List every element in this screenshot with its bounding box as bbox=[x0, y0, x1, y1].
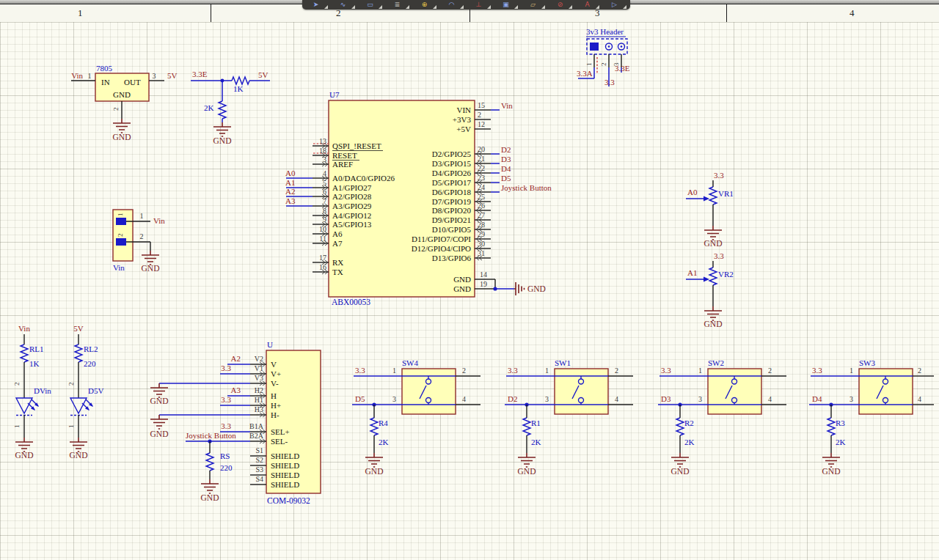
resistor-value[interactable]: 2K bbox=[684, 438, 695, 446]
net-label-33[interactable]: 3.3 bbox=[714, 251, 724, 260]
net-label-a3[interactable]: A3 bbox=[285, 196, 296, 205]
net-label-a0[interactable]: A0 bbox=[687, 188, 698, 196]
resistor-value[interactable]: 2K bbox=[531, 438, 541, 446]
gnd-symbol[interactable] bbox=[113, 119, 131, 133]
gnd-symbol[interactable] bbox=[70, 438, 87, 452]
resistor-value[interactable]: 2K bbox=[379, 438, 389, 446]
resistor-ref[interactable]: R2 bbox=[684, 419, 694, 427]
resistor-value[interactable]: 220 bbox=[84, 359, 96, 368]
net-label-33[interactable]: 3.3 bbox=[221, 395, 231, 404]
designator[interactable]: SW2 bbox=[708, 358, 724, 367]
gnd-label[interactable]: GND bbox=[150, 397, 169, 405]
resistor-1k[interactable] bbox=[232, 77, 249, 84]
gnd-label[interactable]: GND bbox=[150, 430, 169, 438]
net-label-d4[interactable]: D4 bbox=[812, 394, 822, 403]
net-class-tool-icon[interactable]: ▭ bbox=[357, 0, 384, 10]
gnd-symbol[interactable] bbox=[201, 479, 219, 493]
net-label-a2[interactable]: A2 bbox=[285, 187, 295, 196]
gnd-symbol[interactable] bbox=[704, 226, 722, 240]
arc-tool-icon[interactable]: ◠ bbox=[438, 0, 465, 10]
net-label-33[interactable]: 3.3 bbox=[812, 366, 822, 375]
net-label-33[interactable]: 3.3 bbox=[355, 366, 365, 375]
gnd-symbol[interactable] bbox=[514, 282, 525, 295]
resistor-value[interactable]: 2K bbox=[204, 103, 214, 112]
header-pin1-pad[interactable] bbox=[590, 43, 599, 51]
gnd-symbol[interactable] bbox=[704, 306, 722, 320]
designator[interactable]: VR1 bbox=[718, 189, 734, 198]
harness-tool-icon[interactable]: ▷ bbox=[601, 0, 628, 10]
net-label-33[interactable]: 3.3 bbox=[661, 366, 671, 375]
net-label-33e[interactable]: 3.3E bbox=[615, 64, 630, 73]
net-label-d3[interactable]: D3 bbox=[661, 394, 671, 403]
sheet-symbol-tool-icon[interactable]: ▱ bbox=[519, 0, 547, 10]
net-label-a0[interactable]: A0 bbox=[285, 169, 296, 177]
led-indicator-5v[interactable]: 5V RL2 220 2 D5V 1 GND bbox=[67, 324, 103, 460]
connector-vin[interactable]: Vin 1 2 1 2 Vin GND bbox=[113, 210, 165, 273]
switch-sw4[interactable]: SW4 3.3 D5 1 2 3 4 R4 2K GND bbox=[352, 358, 481, 476]
net-label-d5[interactable]: D5 bbox=[355, 394, 365, 403]
schematic-canvas[interactable]: 7805 Vin 1 3 5V 2 IN OUT GND GND 3.3E 5V… bbox=[0, 0, 939, 560]
text-tool-icon[interactable]: A bbox=[574, 0, 601, 10]
gnd-symbol[interactable] bbox=[213, 122, 231, 136]
resistor-2k[interactable] bbox=[219, 101, 226, 119]
net-label-vin[interactable]: Vin bbox=[71, 71, 83, 80]
gnd-symbol[interactable] bbox=[365, 453, 383, 467]
resistor-value[interactable]: 220 bbox=[220, 463, 233, 472]
designator[interactable]: SW4 bbox=[402, 358, 419, 367]
gnd-symbol[interactable] bbox=[518, 453, 536, 467]
wire-tool-icon[interactable]: ∿ bbox=[329, 0, 357, 10]
net-label-5v[interactable]: 5V bbox=[73, 324, 84, 333]
net-label-33[interactable]: 3.3 bbox=[508, 366, 518, 375]
net-label-5v[interactable]: 5V bbox=[167, 71, 178, 80]
net-label-vin[interactable]: Vin bbox=[18, 324, 30, 333]
net-label-d4[interactable]: D4 bbox=[501, 164, 511, 173]
led-ref[interactable]: DVin bbox=[34, 386, 51, 395]
resistor-ref[interactable]: RL2 bbox=[84, 345, 98, 353]
switch-sw2[interactable]: SW2 3.3 D3 1 2 3 4 R2 2K GND bbox=[658, 358, 786, 476]
u7-power-pins[interactable]: 15 2 12 VIN +3V3 +5V Vin bbox=[453, 101, 513, 133]
net-label-33[interactable]: 3.3 bbox=[221, 421, 231, 430]
net-label-d5[interactable]: D5 bbox=[501, 174, 511, 183]
no-erc-tool-icon[interactable]: ⊘ bbox=[547, 0, 574, 10]
gnd-port-tool-icon[interactable]: ⊥ bbox=[465, 0, 492, 10]
net-label-33[interactable]: 3.3 bbox=[221, 364, 231, 372]
part-label[interactable]: 7805 bbox=[96, 64, 113, 73]
pulldown-resistor[interactable] bbox=[827, 418, 835, 435]
u7-gnd-pins[interactable]: 14 19 GND GND GND bbox=[453, 270, 546, 295]
net-label-joystick-button[interactable]: Joystick Button bbox=[501, 183, 552, 192]
net-label-33[interactable]: 3.3 bbox=[604, 78, 615, 86]
header-title[interactable]: 3v3 Header bbox=[586, 27, 624, 36]
net-label-a1[interactable]: A1 bbox=[687, 268, 697, 277]
regulator-7805[interactable]: 7805 Vin 1 3 5V 2 IN OUT GND GND bbox=[71, 64, 178, 141]
net-label-33[interactable]: 3.3 bbox=[714, 171, 724, 180]
gnd-label[interactable]: GND bbox=[518, 467, 536, 476]
led-symbol[interactable] bbox=[70, 398, 93, 416]
u7-abx00053[interactable]: U7 ABX00053 13 bbox=[285, 90, 552, 306]
pin1-pad[interactable] bbox=[116, 218, 126, 225]
resistor-ref[interactable]: R4 bbox=[379, 419, 388, 427]
resistor-ref[interactable]: R3 bbox=[836, 419, 845, 427]
net-label-33a[interactable]: 3.3A bbox=[577, 69, 593, 78]
resistor-value[interactable]: 1K bbox=[233, 84, 244, 93]
gnd-label[interactable]: GND bbox=[365, 467, 384, 476]
designator[interactable]: Vin bbox=[113, 263, 125, 272]
potentiometer-vr1[interactable]: 3.3 VR1 A0 GND bbox=[686, 171, 734, 248]
power-port-tool-icon[interactable]: ⊕ bbox=[411, 0, 438, 10]
gnd-label[interactable]: GND bbox=[671, 467, 690, 476]
net-label-d2[interactable]: D2 bbox=[501, 145, 511, 154]
joystick-com09032[interactable]: U COM-09032 V2 V1 V3 H2 H1 H3 B1A B2A S1 bbox=[150, 340, 321, 505]
gnd-label[interactable]: GND bbox=[70, 451, 88, 460]
gnd-label[interactable]: GND bbox=[213, 136, 232, 145]
net-label-vin[interactable]: Vin bbox=[153, 216, 165, 225]
net-label-joystick-button[interactable]: Joystick Button bbox=[186, 431, 236, 440]
resistor-value[interactable]: 1K bbox=[29, 359, 40, 368]
voltage-divider[interactable]: 3.3E 5V 1K 2K GND bbox=[191, 70, 270, 145]
resistor-ref[interactable]: RS bbox=[220, 452, 230, 460]
pulldown-resistor[interactable] bbox=[676, 418, 684, 435]
resistor-rl2[interactable] bbox=[75, 345, 82, 362]
potentiometer-vr2[interactable]: 3.3 VR2 A1 GND bbox=[686, 251, 734, 328]
designator[interactable]: U7 bbox=[329, 90, 340, 99]
gnd-label[interactable]: GND bbox=[822, 467, 841, 476]
resistor-rs[interactable] bbox=[206, 453, 213, 471]
u7-digital-pins[interactable]: 20 21 22 23 24 25 26 27 28 29 30 31 D2/G… bbox=[412, 145, 552, 262]
